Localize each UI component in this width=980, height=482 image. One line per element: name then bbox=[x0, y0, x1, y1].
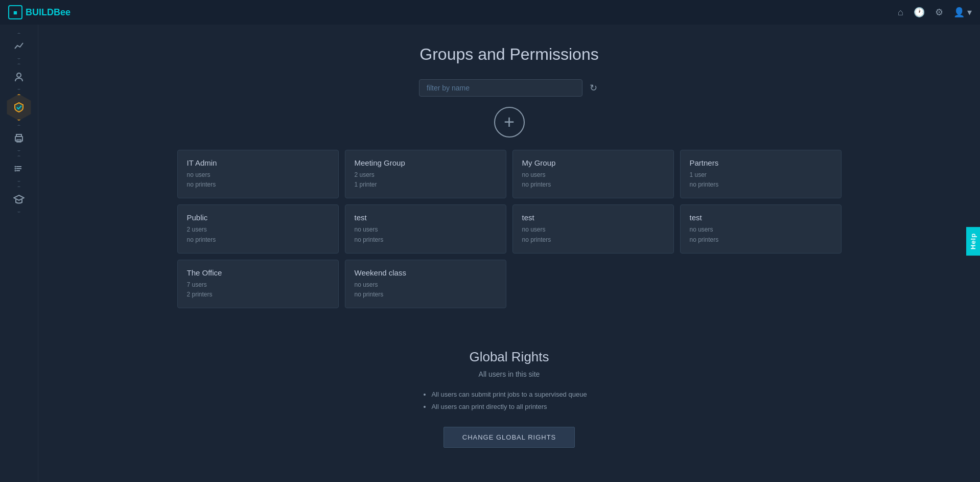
refresh-button[interactable]: ↻ bbox=[588, 80, 599, 96]
group-card[interactable]: Public 2 usersno printers bbox=[177, 204, 339, 253]
add-group-container: + bbox=[69, 107, 949, 137]
settings-icon[interactable]: ⚙ bbox=[935, 7, 943, 18]
svg-point-8 bbox=[15, 170, 16, 172]
change-global-rights-button[interactable]: CHANGE GLOBAL RIGHTS bbox=[444, 427, 575, 448]
global-rights-section: Global Rights All users in this site All… bbox=[279, 329, 739, 468]
group-name: Weekend class bbox=[355, 268, 497, 277]
group-name: Partners bbox=[690, 158, 832, 167]
group-card[interactable]: The Office 7 users2 printers bbox=[177, 260, 339, 308]
filter-input[interactable] bbox=[419, 79, 582, 97]
group-card[interactable]: Partners 1 userno printers bbox=[680, 150, 842, 198]
sidebar-item-analytics[interactable] bbox=[6, 33, 32, 59]
svg-rect-1 bbox=[15, 136, 22, 141]
global-rights-title: Global Rights bbox=[290, 349, 729, 365]
group-card[interactable]: Meeting Group 2 users1 printer bbox=[345, 150, 506, 198]
group-card[interactable]: test no usersno printers bbox=[345, 204, 506, 253]
group-card[interactable]: test no usersno printers bbox=[680, 204, 842, 253]
history-icon[interactable]: 🕐 bbox=[914, 7, 925, 18]
top-nav: ■ BUILDBee ⌂ 🕐 ⚙ 👤 ▾ bbox=[0, 0, 980, 25]
group-name: IT Admin bbox=[187, 158, 329, 167]
group-card[interactable]: My Group no usersno printers bbox=[512, 150, 674, 198]
logo: ■ BUILDBee bbox=[8, 5, 71, 19]
group-detail: no usersno printers bbox=[355, 280, 497, 300]
group-name: test bbox=[355, 213, 497, 222]
account-icon[interactable]: 👤 ▾ bbox=[953, 7, 972, 18]
group-detail: no usersno printers bbox=[187, 170, 329, 190]
group-card[interactable]: IT Admin no usersno printers bbox=[177, 150, 339, 198]
nav-icons: ⌂ 🕐 ⚙ 👤 ▾ bbox=[898, 7, 972, 18]
global-rights-rule: All users can submit print jobs to a sup… bbox=[431, 388, 587, 400]
group-detail: no usersno printers bbox=[690, 225, 832, 244]
global-rights-subtitle: All users in this site bbox=[290, 370, 729, 378]
group-card[interactable]: test no usersno printers bbox=[512, 204, 674, 253]
sidebar-item-education[interactable] bbox=[6, 186, 32, 213]
sidebar-item-users[interactable] bbox=[6, 63, 32, 90]
svg-point-7 bbox=[15, 168, 16, 170]
group-name: My Group bbox=[522, 158, 664, 167]
group-detail: no usersno printers bbox=[355, 225, 497, 244]
help-tab[interactable]: Help bbox=[966, 226, 980, 255]
main-content: Groups and Permissions ↻ + IT Admin no u… bbox=[38, 25, 980, 482]
groups-grid: IT Admin no usersno printers Meeting Gro… bbox=[177, 150, 842, 308]
group-detail: 7 users2 printers bbox=[187, 280, 329, 300]
global-rights-rule: All users can print directly to all prin… bbox=[431, 401, 587, 412]
global-rights-list: All users can submit print jobs to a sup… bbox=[431, 388, 587, 412]
sidebar bbox=[0, 25, 38, 482]
logo-icon: ■ bbox=[8, 5, 22, 19]
group-detail: no usersno printers bbox=[522, 170, 664, 190]
filter-bar: ↻ bbox=[69, 79, 949, 97]
logo-text: BUILDBee bbox=[26, 7, 71, 18]
group-name: test bbox=[522, 213, 664, 222]
group-name: Public bbox=[187, 213, 329, 222]
svg-point-0 bbox=[17, 73, 21, 77]
group-name: Meeting Group bbox=[355, 158, 497, 167]
sidebar-item-printers[interactable] bbox=[6, 125, 32, 151]
group-detail: 2 usersno printers bbox=[187, 225, 329, 244]
svg-point-6 bbox=[15, 166, 16, 168]
group-card[interactable]: Weekend class no usersno printers bbox=[345, 260, 506, 308]
add-group-button[interactable]: + bbox=[494, 107, 525, 137]
sidebar-item-permissions[interactable] bbox=[6, 94, 32, 121]
group-detail: no usersno printers bbox=[522, 225, 664, 244]
sidebar-item-jobs[interactable] bbox=[6, 155, 32, 182]
group-detail: 2 users1 printer bbox=[355, 170, 497, 190]
home-icon[interactable]: ⌂ bbox=[898, 7, 903, 18]
group-name: The Office bbox=[187, 268, 329, 277]
group-detail: 1 userno printers bbox=[690, 170, 832, 190]
page-title: Groups and Permissions bbox=[69, 45, 949, 64]
group-name: test bbox=[690, 213, 832, 222]
